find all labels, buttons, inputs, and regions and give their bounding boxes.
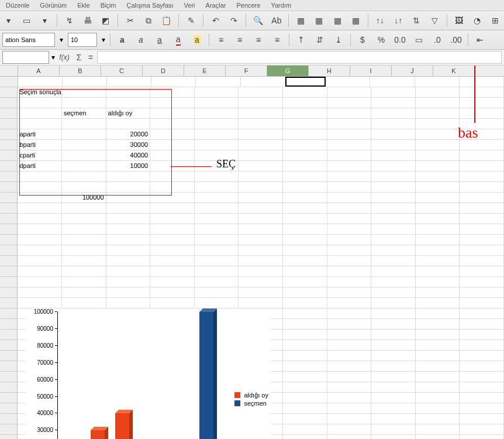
dropdown-icon[interactable]: ▾ xyxy=(102,36,105,44)
sort-desc-icon[interactable]: ↓↑ xyxy=(392,13,405,28)
cell[interactable] xyxy=(371,182,416,193)
cell[interactable] xyxy=(62,150,106,161)
cell[interactable] xyxy=(283,182,327,193)
select-all-corner[interactable] xyxy=(0,66,18,76)
cell[interactable] xyxy=(150,98,195,108)
cell[interactable] xyxy=(371,98,416,108)
cell[interactable] xyxy=(283,150,327,161)
cell[interactable] xyxy=(195,150,239,161)
col-header-c[interactable]: C xyxy=(101,66,143,76)
cell[interactable]: 30000 xyxy=(106,140,151,150)
cell[interactable] xyxy=(327,108,372,119)
cell[interactable] xyxy=(106,98,151,108)
cell[interactable] xyxy=(371,382,416,393)
cell[interactable] xyxy=(416,319,460,330)
cell[interactable] xyxy=(18,287,62,298)
cell[interactable] xyxy=(62,245,106,256)
italic-icon[interactable]: a xyxy=(134,33,148,47)
cell[interactable] xyxy=(283,256,327,266)
cell[interactable] xyxy=(460,182,504,193)
open-icon[interactable]: ▭ xyxy=(20,13,33,28)
cell[interactable] xyxy=(62,140,106,150)
cell[interactable] xyxy=(239,108,283,119)
cell[interactable] xyxy=(239,298,283,308)
cell[interactable] xyxy=(371,150,416,161)
cell[interactable] xyxy=(62,161,106,172)
cell[interactable] xyxy=(327,245,372,256)
cell[interactable] xyxy=(195,129,239,140)
cell[interactable] xyxy=(283,298,327,308)
dropdown-icon[interactable]: ▾ xyxy=(51,53,55,61)
cell[interactable] xyxy=(239,182,283,193)
cell[interactable] xyxy=(460,287,504,298)
cell[interactable] xyxy=(416,382,460,393)
cell[interactable] xyxy=(18,119,62,129)
cell[interactable] xyxy=(416,403,460,414)
cell[interactable] xyxy=(327,214,372,224)
cell[interactable] xyxy=(18,182,62,193)
cell[interactable] xyxy=(460,193,504,203)
cell[interactable] xyxy=(416,245,460,256)
cell[interactable] xyxy=(195,256,239,266)
embedded-chart[interactable]: 0100002000030000400005000060000700008000… xyxy=(25,308,271,439)
cell[interactable] xyxy=(327,414,372,424)
cell[interactable] xyxy=(371,266,416,277)
cell[interactable]: aparti xyxy=(18,129,62,140)
valign-mid-icon[interactable]: ⇵ xyxy=(313,33,327,47)
cell[interactable] xyxy=(106,214,151,224)
cell[interactable] xyxy=(327,287,372,298)
cell[interactable] xyxy=(416,203,460,214)
menu-edit[interactable]: Düzenle xyxy=(6,2,29,9)
undo-icon[interactable]: ↶ xyxy=(209,13,222,28)
cell[interactable] xyxy=(416,150,460,161)
cell[interactable] xyxy=(150,266,195,277)
cell[interactable] xyxy=(62,256,106,266)
menu-window[interactable]: Pencere xyxy=(236,2,260,9)
cell[interactable] xyxy=(327,224,372,235)
cell[interactable] xyxy=(460,108,504,119)
cell[interactable] xyxy=(416,172,460,182)
cell[interactable] xyxy=(416,330,460,340)
cell[interactable] xyxy=(18,266,62,277)
cell[interactable] xyxy=(416,182,460,193)
cell[interactable] xyxy=(283,245,327,256)
cell[interactable] xyxy=(62,98,106,108)
cell[interactable] xyxy=(460,245,504,256)
cell[interactable] xyxy=(327,182,372,193)
cell[interactable] xyxy=(371,129,416,140)
cell[interactable] xyxy=(371,277,416,287)
cell[interactable] xyxy=(460,435,504,439)
cell[interactable] xyxy=(327,435,372,439)
cell[interactable] xyxy=(371,87,416,98)
cell[interactable] xyxy=(460,351,504,361)
cell[interactable] xyxy=(460,414,504,424)
cell[interactable] xyxy=(371,287,416,298)
cell[interactable] xyxy=(283,214,327,224)
cell[interactable] xyxy=(195,245,239,256)
cell[interactable] xyxy=(283,435,327,439)
cell[interactable] xyxy=(460,308,504,319)
preview-icon[interactable]: ◩ xyxy=(99,13,112,28)
cell[interactable] xyxy=(460,424,504,435)
cell[interactable] xyxy=(239,98,283,108)
redo-icon[interactable]: ↷ xyxy=(227,13,240,28)
cell[interactable] xyxy=(460,140,504,150)
cell[interactable] xyxy=(327,403,372,414)
menu-sheet[interactable]: Çalışma Sayfası xyxy=(127,2,174,9)
cell[interactable] xyxy=(460,235,504,245)
cell[interactable] xyxy=(416,193,460,203)
cell[interactable] xyxy=(371,224,416,235)
cell[interactable]: Seçim sonuçları xyxy=(18,87,62,98)
cell[interactable] xyxy=(195,108,239,119)
cell[interactable] xyxy=(106,193,151,203)
cell[interactable] xyxy=(371,393,416,403)
cell[interactable] xyxy=(62,172,106,182)
cell[interactable] xyxy=(327,193,372,203)
cell[interactable] xyxy=(18,214,62,224)
cell[interactable] xyxy=(62,277,106,287)
cell[interactable] xyxy=(371,340,416,351)
cell[interactable] xyxy=(283,414,327,424)
cell[interactable] xyxy=(460,77,504,87)
cell[interactable] xyxy=(195,172,239,182)
cell[interactable] xyxy=(327,266,372,277)
